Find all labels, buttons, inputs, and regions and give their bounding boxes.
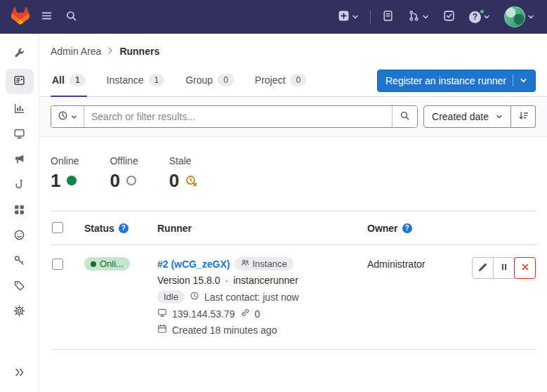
sidebar-item-admin-overview[interactable] [6,44,34,64]
owner-help-icon[interactable]: ? [402,223,412,233]
status-help-icon[interactable]: ? [119,223,128,233]
topbar-divider [370,10,371,24]
runner-stats: Online 1 Offline 0 Stale 0 [39,137,547,211]
runner-created: Created 18 minutes ago [172,325,277,336]
tab-instance[interactable]: Instance 1 [105,65,166,96]
tab-all[interactable]: All 1 [51,65,87,96]
register-instance-runner-button[interactable]: Register an instance runner [377,70,536,92]
clock-icon [190,291,199,303]
filter-search-input[interactable] [84,106,392,127]
merge-requests-button[interactable] [405,6,432,27]
sidebar-item-settings[interactable] [6,301,34,322]
search-history-button[interactable] [51,106,84,127]
sidebar-item-monitoring[interactable] [6,124,34,145]
sort-by-dropdown[interactable]: Created date [423,105,511,128]
admin-sidebar [0,34,39,392]
sidebar-menu-toggle[interactable] [38,6,55,27]
todo-check-icon [443,10,455,24]
new-menu-button[interactable] [335,6,362,27]
monitor-icon [157,308,167,320]
runner-row: Onli... #2 (wCG_zeGX) Instance Version 1… [51,245,536,350]
sidebar-item-deploy-keys[interactable] [6,251,34,271]
collapse-sidebar-button[interactable] [6,363,34,384]
search-icon [65,10,77,24]
clock-history-icon [58,110,68,123]
online-dot-icon [91,261,96,267]
stat-label: Offline [110,155,138,166]
stat-value: 1 [51,171,60,190]
search-submit-button[interactable] [392,106,417,127]
runner-column-header: Runner [157,223,192,234]
stat-value: 0 [110,171,119,190]
chevron-down-icon [520,75,527,86]
gear-icon [13,305,25,319]
chevron-down-icon [483,12,490,22]
calendar-icon [157,324,167,336]
global-search-button[interactable] [62,6,80,27]
runner-name-link[interactable]: #2 (wCG_zeGX) [157,259,230,270]
key-icon [13,254,25,268]
monitor-icon [13,128,25,142]
runner-type-text: Instance [252,259,286,269]
sidebar-item-labels[interactable] [6,276,34,296]
help-menu-button[interactable]: ? [466,8,493,27]
tab-project[interactable]: Project 0 [253,65,308,96]
stat-label: Online [51,155,79,166]
user-menu-button[interactable] [501,3,537,31]
tab-label: Group [185,74,213,86]
filtered-search-box [51,105,418,128]
breadcrumb-admin-area-link[interactable]: Admin Area [51,46,101,57]
runner-type-tabs: All 1 Instance 1 Group 0 Project 0 Regis… [39,65,547,97]
button-divider [513,74,513,86]
bar-chart-icon [13,103,25,117]
label-tag-icon [13,280,25,294]
main-content: Admin Area Runners All 1 Instance 1 Grou… [39,34,547,392]
sidebar-item-system-hooks[interactable] [6,175,34,195]
chevron-down-icon [352,12,359,22]
sort-direction-button[interactable] [511,105,536,128]
pencil-icon [477,262,488,275]
runner-version: Version 15.8.0 [157,275,220,286]
gitlab-logo[interactable] [10,6,31,28]
smile-face-icon [13,229,25,243]
gitlab-tanuki-icon [11,7,29,27]
sidebar-item-messages[interactable] [6,150,34,170]
stat-offline: Offline 0 [110,155,138,190]
runner-summary-cell: #2 (wCG_zeGX) Instance Version 15.8.0 · … [157,257,367,336]
sidebar-item-analytics[interactable] [6,99,34,119]
hamburger-icon [41,10,53,24]
user-avatar [504,6,525,27]
tab-label: Project [255,74,286,86]
tab-count-badge: 1 [70,74,86,86]
runner-state-badge: Idle [157,290,185,303]
owner-column-header: Owner [367,223,398,234]
issues-icon [382,10,394,24]
merge-request-icon [408,10,420,24]
status-online-icon [67,176,77,185]
sidebar-item-overview-selected[interactable] [6,69,34,94]
grid-icon [13,204,25,218]
sort-controls: Created date [423,105,536,128]
edit-runner-button[interactable] [472,257,494,279]
sort-by-label: Created date [432,111,489,122]
plus-square-icon [338,10,350,24]
search-icon [400,110,410,123]
todos-button[interactable] [440,6,458,27]
link-icon [240,308,250,320]
tab-group[interactable]: Group 0 [184,65,235,96]
sidebar-item-applications[interactable] [6,200,34,221]
chevron-down-icon [422,12,429,22]
sidebar-item-abuse-reports[interactable] [6,226,34,246]
status-stale-icon [185,171,197,190]
chevron-right-icon [107,46,113,57]
chevron-down-icon [496,111,503,122]
delete-runner-button[interactable] [514,257,536,279]
tab-label: All [52,74,65,86]
issues-button[interactable] [379,6,397,27]
top-navbar: ? [0,0,547,34]
select-runner-checkbox[interactable] [52,259,63,270]
register-button-label: Register an instance runner [385,75,506,86]
status-offline-icon [126,176,136,185]
select-all-checkbox[interactable] [52,222,63,233]
pause-runner-button[interactable] [493,257,515,279]
